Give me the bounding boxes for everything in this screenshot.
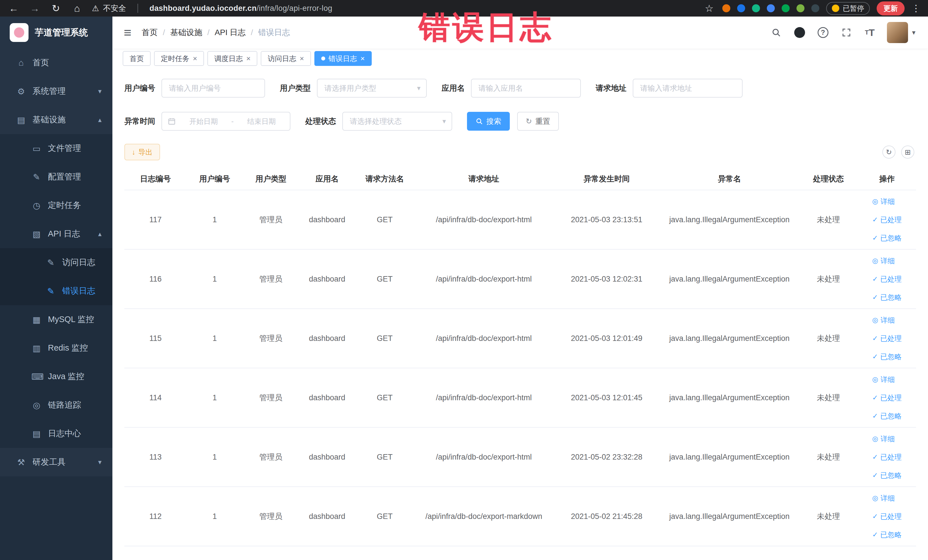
breadcrumb-item[interactable]: API 日志 xyxy=(215,27,246,38)
extension-icon-7[interactable] xyxy=(811,4,819,12)
request-url-input[interactable] xyxy=(633,79,743,98)
extension-icon-6[interactable] xyxy=(797,4,804,12)
mark-processed-link[interactable]: ✓已处理 xyxy=(872,507,902,525)
sidebar-item-api-log[interactable]: ▧ API 日志 ▴ xyxy=(0,220,112,248)
column-settings-button[interactable]: ⊞ xyxy=(901,145,914,159)
extension-icon-5[interactable] xyxy=(781,4,790,12)
close-icon[interactable]: × xyxy=(246,54,250,63)
tab-schedule-log[interactable]: 调度日志 × xyxy=(208,51,257,66)
paused-badge[interactable]: 已暂停 xyxy=(826,2,870,15)
sidebar-item-java-monitor[interactable]: ⌨ Java 监控 xyxy=(0,362,112,391)
cell-actions: ◎详细 ✓已处理 ✓已忽略 xyxy=(858,368,916,427)
sidebar-item-system-mgmt[interactable]: ⚙ 系统管理 ▾ xyxy=(0,77,112,105)
sidebar-item-mysql-monitor[interactable]: ▦ MySQL 监控 xyxy=(0,305,112,334)
exception-time-label: 异常时间 xyxy=(124,116,155,127)
back-icon[interactable]: ← xyxy=(8,3,20,14)
update-button[interactable]: 更新 xyxy=(877,2,905,15)
extension-icon-2[interactable] xyxy=(737,4,745,12)
mark-processed-link[interactable]: ✓已处理 xyxy=(872,211,902,229)
url-path: /infra/log/api-error-log xyxy=(256,4,332,12)
check-icon: ✓ xyxy=(872,389,878,407)
hamburger-icon[interactable]: ≡ xyxy=(124,25,131,40)
sidebar-item-redis-monitor[interactable]: ▥ Redis 监控 xyxy=(0,334,112,362)
user-id-input[interactable] xyxy=(162,79,265,98)
mark-ignored-link[interactable]: ✓已忽略 xyxy=(872,407,902,425)
mark-processed-link[interactable]: ✓已处理 xyxy=(872,389,902,407)
table-row: 116 1 管理员 dashboard GET /api/infra/db-do… xyxy=(124,249,916,309)
app-logo[interactable]: 芋道管理系统 xyxy=(0,17,112,49)
extension-icon-1[interactable] xyxy=(722,4,730,12)
sidebar-item-file-mgmt[interactable]: ▭ 文件管理 xyxy=(0,134,112,163)
mark-processed-link[interactable]: ✓已处理 xyxy=(872,270,902,288)
sidebar-item-config-mgmt[interactable]: ✎ 配置管理 xyxy=(0,163,112,191)
sidebar-item-home[interactable]: ⌂ 首页 xyxy=(0,49,112,77)
cell-status: 未处理 xyxy=(799,309,858,368)
mark-ignored-link[interactable]: ✓已忽略 xyxy=(872,288,902,307)
breadcrumb: 首页 / 基础设施 / API 日志 / 错误日志 xyxy=(142,27,290,38)
breadcrumb-item[interactable]: 首页 xyxy=(142,27,158,38)
trace-icon: ◎ xyxy=(31,400,42,410)
tab-access-log[interactable]: 访问日志 × xyxy=(261,51,311,66)
reload-icon[interactable]: ↻ xyxy=(50,3,62,14)
detail-link[interactable]: ◎详细 xyxy=(872,430,894,448)
date-range-picker[interactable]: 开始日期 - 结束日期 xyxy=(162,112,290,131)
sidebar-item-trace[interactable]: ◎ 链路追踪 xyxy=(0,391,112,420)
help-icon[interactable]: ? xyxy=(817,26,829,39)
font-size-icon[interactable]: TT xyxy=(864,26,876,39)
col-exception-time: 异常发生时间 xyxy=(553,168,660,190)
sidebar-item-scheduled-tasks[interactable]: ◷ 定时任务 xyxy=(0,191,112,220)
check-icon: ✓ xyxy=(872,329,878,348)
bookmark-star-icon[interactable]: ☆ xyxy=(703,3,716,14)
breadcrumb-item[interactable]: 基础设施 xyxy=(170,27,202,38)
reset-button[interactable]: ↻ 重置 xyxy=(517,112,559,131)
sidebar-item-access-log[interactable]: ✎ 访问日志 xyxy=(0,248,112,277)
mark-ignored-link[interactable]: ✓已忽略 xyxy=(872,525,902,544)
security-indicator[interactable]: ⚠ 不安全 xyxy=(92,3,126,14)
mark-processed-link[interactable]: ✓已处理 xyxy=(872,329,902,348)
refresh-table-button[interactable]: ↻ xyxy=(882,145,896,159)
close-icon[interactable]: × xyxy=(299,54,304,63)
close-icon[interactable]: × xyxy=(193,54,197,63)
detail-link[interactable]: ◎详细 xyxy=(872,370,894,389)
browser-menu-icon[interactable]: ⋮ xyxy=(911,3,920,14)
table-settings: ↻ ⊞ xyxy=(882,145,914,159)
process-status-select[interactable]: 请选择处理状态 ▾ xyxy=(342,112,452,131)
detail-link[interactable]: ◎详细 xyxy=(872,252,894,270)
detail-link[interactable]: ◎详细 xyxy=(872,192,894,211)
extension-icon-4[interactable] xyxy=(767,4,775,12)
close-icon[interactable]: × xyxy=(360,54,365,63)
chrome-right-controls: ☆ 已暂停 更新 ⋮ xyxy=(703,2,920,15)
search-button[interactable]: 搜索 xyxy=(467,112,510,131)
mark-processed-link[interactable]: ✓已处理 xyxy=(872,448,902,466)
mark-ignored-link[interactable]: ✓已忽略 xyxy=(872,466,902,484)
sidebar-item-infrastructure[interactable]: ▤ 基础设施 ▴ xyxy=(0,105,112,134)
warning-icon: ⚠ xyxy=(92,4,99,13)
export-button[interactable]: ↓ 导出 xyxy=(124,144,160,160)
address-bar[interactable]: dashboard.yudao.iocoder.cn/infra/log/api… xyxy=(150,4,332,13)
tab-home[interactable]: 首页 xyxy=(123,51,151,66)
mark-ignored-link[interactable]: ✓已忽略 xyxy=(872,229,902,247)
chevron-up-icon: ▴ xyxy=(98,116,102,124)
cell-user-id: 1 xyxy=(186,190,243,249)
sidebar-item-label: 配置管理 xyxy=(48,171,81,183)
check-icon: ✓ xyxy=(872,211,878,229)
mark-ignored-link[interactable]: ✓已忽略 xyxy=(872,348,902,366)
tab-scheduled-tasks[interactable]: 定时任务 × xyxy=(154,51,204,66)
detail-link[interactable]: ◎详细 xyxy=(872,311,894,329)
forward-icon[interactable]: → xyxy=(29,3,41,14)
tab-error-log[interactable]: 错误日志 × xyxy=(314,51,372,66)
user-menu[interactable]: ▾ xyxy=(887,22,916,43)
detail-link[interactable]: ◎详细 xyxy=(872,489,894,507)
app-name-input[interactable] xyxy=(471,79,581,98)
cell-user-id: 1 xyxy=(186,427,243,487)
tab-label: 调度日志 xyxy=(214,54,243,63)
user-type-select[interactable]: 请选择用户类型 ▾ xyxy=(317,79,427,98)
sidebar-item-error-log[interactable]: ✎ 错误日志 xyxy=(0,277,112,305)
sidebar-item-log-center[interactable]: ▤ 日志中心 xyxy=(0,420,112,448)
fullscreen-icon[interactable] xyxy=(840,26,853,39)
extension-icon-3[interactable] xyxy=(752,4,760,12)
github-icon[interactable] xyxy=(793,26,806,39)
sidebar-item-dev-tools[interactable]: ⚒ 研发工具 ▾ xyxy=(0,448,112,476)
search-icon[interactable] xyxy=(770,26,783,39)
home-icon[interactable]: ⌂ xyxy=(71,3,83,14)
